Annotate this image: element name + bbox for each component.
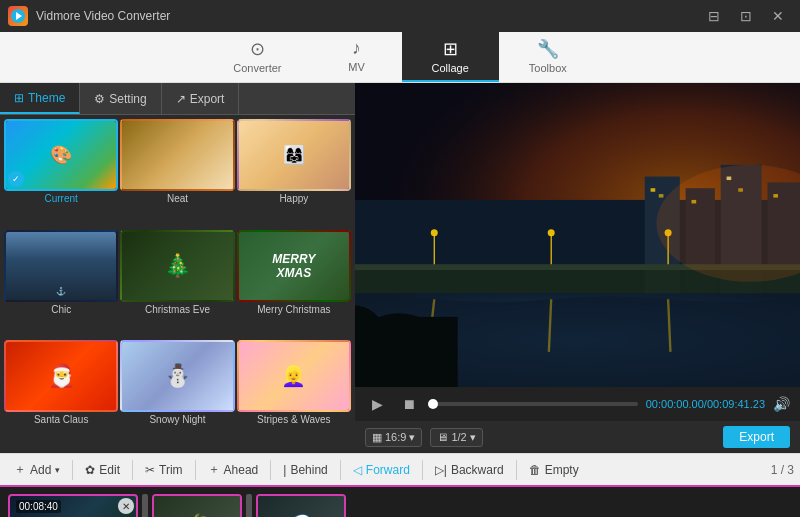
subtab-export[interactable]: ↗ Export: [162, 83, 240, 114]
collage-icon: ⊞: [443, 38, 458, 60]
theme-item-christmas-eve[interactable]: 🎄 Christmas Eve: [120, 230, 234, 339]
export-button[interactable]: Export: [723, 426, 790, 448]
backward-button[interactable]: ▷| Backward: [427, 459, 512, 481]
left-panel: ⊞ Theme ⚙ Setting ↗ Export 🎨 ✓: [0, 83, 355, 453]
forward-label: Forward: [366, 463, 410, 477]
ahead-label: Ahead: [224, 463, 259, 477]
theme-label-chic: Chic: [51, 304, 71, 315]
edit-icon: ✿: [85, 463, 95, 477]
theme-item-merry-christmas[interactable]: MERRYXMAS Merry Christmas: [237, 230, 351, 339]
play-button[interactable]: ▶: [365, 392, 389, 416]
trim-icon: ✂: [145, 463, 155, 477]
subtab-theme-label: Theme: [28, 91, 65, 105]
minimize-button[interactable]: ⊟: [700, 6, 728, 26]
tab-collage-label: Collage: [432, 62, 469, 74]
divider-2: [132, 460, 133, 480]
empty-button[interactable]: 🗑 Empty: [521, 459, 587, 481]
behind-button[interactable]: | Behind: [275, 459, 336, 481]
video-preview: [355, 83, 800, 387]
empty-label: Empty: [545, 463, 579, 477]
content-area: ⊞ Theme ⚙ Setting ↗ Export 🎨 ✓: [0, 83, 800, 453]
timeline-clip-1[interactable]: 00:08:40 ✕ ▶ 🔊 ≡ ✂: [8, 494, 138, 517]
sub-tabs: ⊞ Theme ⚙ Setting ↗ Export: [0, 83, 355, 115]
theme-item-chic[interactable]: ⚓ Chic: [4, 230, 118, 339]
theme-item-snowy-night[interactable]: ⛄ Snowy Night: [120, 340, 234, 449]
trash-icon: 🗑: [529, 463, 541, 477]
theme-label-current: Current: [44, 193, 77, 204]
tab-toolbox[interactable]: 🔧 Toolbox: [499, 32, 597, 82]
timeline-clip-2[interactable]: 🌴: [152, 494, 242, 517]
theme-item-happy[interactable]: 👩‍👩‍👧 Happy: [237, 119, 351, 228]
forward-button[interactable]: ◁ Forward: [345, 459, 418, 481]
progress-dot: [428, 399, 438, 409]
divider-6: [422, 460, 423, 480]
add-button[interactable]: ＋ Add ▾: [6, 457, 68, 482]
stop-button[interactable]: ⏹: [397, 392, 421, 416]
aspect-ratio-value: 16:9: [385, 431, 406, 443]
volume-icon[interactable]: 🔊: [773, 396, 790, 412]
ahead-button[interactable]: ＋ Ahead: [200, 457, 267, 482]
theme-thumb-chic: ⚓: [4, 230, 118, 302]
close-button[interactable]: ✕: [764, 6, 792, 26]
video-background: [355, 83, 800, 387]
title-bar-controls: ⊟ ⊡ ✕: [700, 6, 792, 26]
export-icon: ↗: [176, 92, 186, 106]
divider-7: [516, 460, 517, 480]
add-arrow: ▾: [55, 465, 60, 475]
tab-converter-label: Converter: [233, 62, 281, 74]
theme-item-santa-claus[interactable]: 🎅 Santa Claus: [4, 340, 118, 449]
time-display: 00:00:00.00/00:09:41.23: [646, 398, 765, 410]
tab-collage[interactable]: ⊞ Collage: [402, 32, 499, 82]
theme-label-merry-christmas: Merry Christmas: [257, 304, 330, 315]
aspect-ratio-select[interactable]: ▦ 16:9 ▾: [365, 428, 422, 447]
setting-icon: ⚙: [94, 92, 105, 106]
theme-thumb-happy: 👩‍👩‍👧: [237, 119, 351, 191]
theme-label-neat: Neat: [167, 193, 188, 204]
theme-item-stripes-waves[interactable]: 👱‍♀️ Stripes & Waves: [237, 340, 351, 449]
theme-thumb-santa-claus: 🎅: [4, 340, 118, 412]
behind-label: Behind: [290, 463, 327, 477]
theme-thumb-snowy-night: ⛄: [120, 340, 234, 412]
divider-5: [340, 460, 341, 480]
theme-label-santa-claus: Santa Claus: [34, 414, 88, 425]
divider-3: [195, 460, 196, 480]
add-clip-button[interactable]: ⟵+: [350, 494, 400, 517]
theme-item-neat[interactable]: Neat: [120, 119, 234, 228]
edit-button[interactable]: ✿ Edit: [77, 459, 128, 481]
clip-separator-2: [246, 494, 252, 517]
preview-controls: ▶ ⏹ 00:00:00.00/00:09:41.23 🔊: [355, 387, 800, 421]
trim-button[interactable]: ✂ Trim: [137, 459, 191, 481]
subtab-theme[interactable]: ⊞ Theme: [0, 83, 80, 114]
zoom-chevron: ▾: [470, 431, 476, 444]
progress-bar[interactable]: [429, 402, 638, 406]
tab-converter[interactable]: ⊙ Converter: [203, 32, 311, 82]
backward-icon: ▷|: [435, 463, 447, 477]
divider-1: [72, 460, 73, 480]
add-label: Add: [30, 463, 51, 477]
subtab-setting[interactable]: ⚙ Setting: [80, 83, 161, 114]
edit-label: Edit: [99, 463, 120, 477]
theme-grid: 🎨 ✓ Current Neat 👩‍👩‍👧 Happy: [0, 115, 355, 453]
theme-item-current[interactable]: 🎨 ✓ Current: [4, 119, 118, 228]
add-clip-icon: ⟵+: [351, 512, 399, 517]
theme-label-stripes-waves: Stripes & Waves: [257, 414, 331, 425]
theme-thumb-christmas-eve: 🎄: [120, 230, 234, 302]
tab-toolbox-label: Toolbox: [529, 62, 567, 74]
timeline-clip-3[interactable]: 🌊: [256, 494, 346, 517]
clip-1-close[interactable]: ✕: [118, 498, 134, 514]
selected-check-current: ✓: [8, 171, 24, 187]
app-title: Vidmore Video Converter: [36, 9, 170, 23]
svg-point-32: [364, 313, 434, 355]
tab-mv[interactable]: ♪ MV: [312, 32, 402, 82]
maximize-button[interactable]: ⊡: [732, 6, 760, 26]
title-bar-left: Vidmore Video Converter: [8, 6, 170, 26]
theme-thumb-merry-christmas: MERRYXMAS: [237, 230, 351, 302]
zoom-select[interactable]: 🖥 1/2 ▾: [430, 428, 482, 447]
ahead-icon: ＋: [208, 461, 220, 478]
zoom-value: 1/2: [451, 431, 466, 443]
timeline-area: 00:08:40 ✕ ▶ 🔊 ≡ ✂ 🌴 🌊 ⟵+: [0, 485, 800, 517]
behind-icon: |: [283, 463, 286, 477]
divider-4: [270, 460, 271, 480]
svg-rect-11: [659, 194, 664, 198]
forward-icon: ◁: [353, 463, 362, 477]
